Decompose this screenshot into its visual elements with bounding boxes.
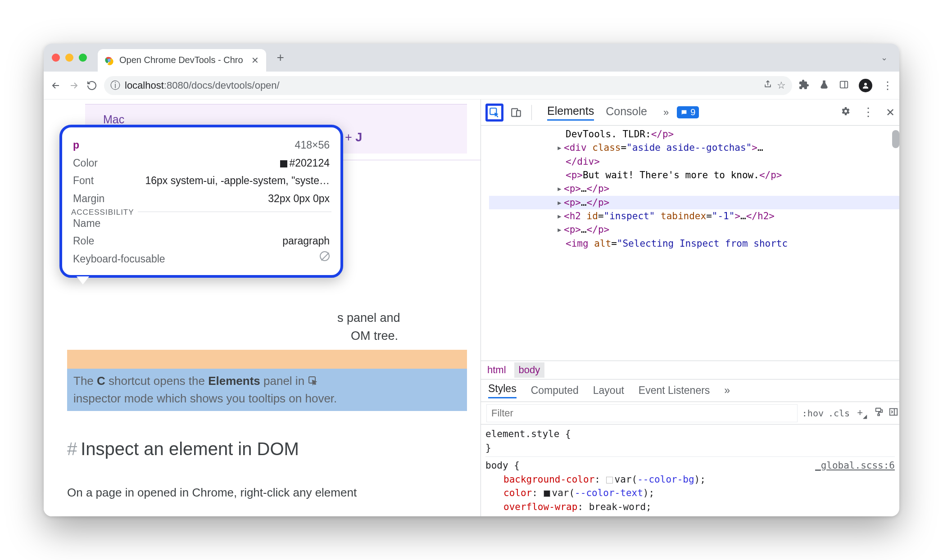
styles-filter-bar: :hov .cls +◢	[481, 402, 899, 425]
tab-title: Open Chrome DevTools - Chro	[119, 55, 243, 65]
tab-layout[interactable]: Layout	[593, 384, 624, 397]
dom-breadcrumb: html body	[481, 361, 899, 379]
more-tabs-icon[interactable]: »	[724, 384, 730, 397]
dom-line[interactable]: DevTools. TLDR:</p>	[489, 127, 899, 141]
url-host: localhost	[125, 80, 164, 91]
tooltip-role-value: paragraph	[282, 233, 330, 249]
reload-button[interactable]	[86, 80, 98, 91]
close-devtools-button[interactable]: ✕	[886, 106, 895, 119]
site-info-icon[interactable]: ⓘ	[110, 79, 120, 92]
dom-line[interactable]: ▸<h2 id="inspect" tabindex="-1">…</h2>	[489, 209, 899, 223]
profile-avatar[interactable]	[859, 79, 872, 92]
heading-inspect-element: # Inspect an element in DOM	[67, 435, 467, 462]
svg-point-3	[108, 59, 109, 61]
svg-rect-10	[517, 110, 521, 116]
tooltip-a11y-heading: ACCESSIBILITY	[71, 207, 138, 218]
crumb-body[interactable]: body	[514, 362, 545, 378]
tooltip-role-label: Role	[73, 233, 94, 249]
styles-filter-input[interactable]	[486, 404, 798, 422]
dom-line[interactable]: ▸<p>…</p>	[489, 182, 899, 195]
close-window-button[interactable]	[52, 54, 60, 62]
new-tab-button[interactable]: +	[277, 50, 284, 65]
style-declaration: background-color: var(--color-bg);	[485, 473, 895, 486]
not-allowed-icon	[320, 251, 330, 261]
tooltip-margin-value: 32px 0px 0px	[268, 191, 330, 207]
labs-icon[interactable]	[819, 80, 829, 91]
tab-elements[interactable]: Elements	[547, 104, 594, 121]
toggle-sidebar-icon[interactable]	[889, 407, 898, 420]
tooltip-focusable-label: Keyboard-focusable	[73, 251, 165, 267]
tooltip-margin-label: Margin	[73, 191, 104, 207]
styles-tabbar: Styles Computed Layout Event Listeners »	[481, 379, 899, 402]
title-bar: Open Chrome DevTools - Chro ✕ + ⌄	[44, 44, 899, 72]
margin-highlight	[67, 350, 467, 369]
svg-rect-13	[890, 409, 898, 415]
tooltip-dimensions: 418×56	[295, 137, 330, 154]
paint-icon[interactable]	[874, 407, 884, 420]
page-viewport: Mac Option + C Option + J p 418×56	[44, 99, 481, 516]
crumb-html[interactable]: html	[487, 364, 506, 376]
chrome-favicon-icon	[104, 55, 114, 65]
partial-text-1: s panel and	[67, 309, 467, 327]
style-declaration: color: var(--color-text);	[485, 486, 895, 500]
tab-event-listeners[interactable]: Event Listeners	[639, 384, 710, 397]
style-declaration: overflow-wrap: break-word;	[485, 500, 895, 514]
address-bar[interactable]: ⓘ localhost:8080/docs/devtools/open/ ☆	[104, 76, 792, 95]
tab-console[interactable]: Console	[606, 105, 647, 120]
paragraph-text: On a page in opened in Chrome, right-cli…	[67, 484, 467, 501]
dom-line[interactable]: <p>But wait! There's more to know.</p>	[489, 168, 899, 182]
settings-icon[interactable]	[840, 106, 851, 119]
close-tab-button[interactable]: ✕	[251, 55, 259, 66]
inspector-tooltip: p 418×56 Color #202124 Font 16px system-…	[59, 125, 343, 278]
tabs-dropdown-icon[interactable]: ⌄	[881, 53, 888, 63]
new-style-rule-button[interactable]: +◢	[854, 407, 870, 420]
tooltip-font-label: Font	[73, 173, 94, 189]
hash-icon: #	[67, 435, 77, 462]
kebab-menu-icon[interactable]: ⋮	[862, 105, 874, 119]
hov-toggle[interactable]: :hov	[802, 408, 824, 419]
extensions-icon[interactable]	[798, 79, 809, 92]
svg-rect-4	[840, 81, 848, 88]
svg-rect-11	[876, 408, 881, 411]
maximize-window-button[interactable]	[79, 54, 87, 62]
message-count-badge[interactable]: 9	[677, 106, 699, 118]
styles-body[interactable]: element.style { } body { _global.scss:6 …	[481, 425, 899, 516]
style-rule: }	[485, 441, 895, 455]
share-icon[interactable]	[763, 80, 772, 91]
side-panel-icon[interactable]	[839, 80, 849, 91]
style-rule: body { _global.scss:6	[485, 456, 895, 472]
browser-window: Open Chrome DevTools - Chro ✕ + ⌄ ⓘ loca…	[44, 44, 899, 516]
tooltip-color-value: #202124	[280, 155, 330, 172]
bookmark-icon[interactable]: ☆	[777, 80, 786, 91]
content-area: Mac Option + C Option + J p 418×56	[44, 99, 899, 516]
tab-computed[interactable]: Computed	[531, 384, 579, 397]
forward-button[interactable]	[68, 80, 80, 91]
dom-line[interactable]: <img alt="Selecting Inspect from shortc	[489, 237, 899, 250]
dom-line[interactable]: ▸<p>…</p>	[489, 223, 899, 236]
browser-tab[interactable]: Open Chrome DevTools - Chro ✕	[98, 49, 266, 72]
svg-point-6	[864, 83, 867, 86]
source-link[interactable]: _global.scss:6	[815, 459, 895, 472]
tooltip-font-value: 16px system-ui, -apple-system, "syste…	[145, 173, 330, 189]
minimize-window-button[interactable]	[65, 54, 73, 62]
tab-styles[interactable]: Styles	[488, 383, 517, 398]
tooltip-tag: p	[73, 137, 79, 154]
traffic-lights	[52, 54, 87, 62]
scrollbar-thumb[interactable]	[892, 130, 899, 148]
dom-tree[interactable]: DevTools. TLDR:</p> ▸<div class="aside a…	[481, 126, 899, 361]
dom-line[interactable]: ▸<div class="aside aside--gotchas">…	[489, 141, 899, 154]
dom-line-selected[interactable]: ▸<p>…</p>	[489, 196, 899, 209]
inspect-element-button[interactable]	[485, 104, 503, 122]
back-button[interactable]	[50, 80, 62, 91]
url-bar: ⓘ localhost:8080/docs/devtools/open/ ☆ ⋮	[44, 72, 899, 99]
cls-toggle[interactable]: .cls	[828, 408, 850, 419]
tooltip-color-label: Color	[73, 155, 98, 172]
inspect-glyph-icon	[308, 375, 318, 386]
devtools-panel: Elements Console » 9 ⋮ ✕ DevTools. TLDR:…	[481, 99, 899, 516]
devtools-toolbar: Elements Console » 9 ⋮ ✕	[481, 99, 899, 126]
menu-icon[interactable]: ⋮	[882, 79, 893, 92]
dom-line[interactable]: </div>	[489, 155, 899, 168]
device-toolbar-button[interactable]	[507, 104, 525, 122]
more-tabs-icon[interactable]: »	[663, 107, 669, 118]
svg-rect-12	[878, 414, 880, 415]
